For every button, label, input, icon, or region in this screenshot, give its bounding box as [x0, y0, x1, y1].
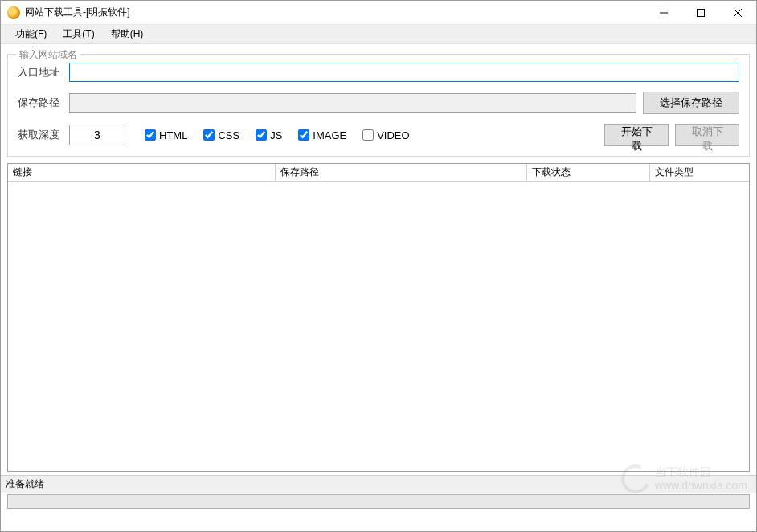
checkbox-js[interactable]: JS	[256, 129, 282, 141]
groupbox-legend: 输入网站域名	[16, 48, 80, 62]
checkbox-image-label: IMAGE	[313, 129, 346, 141]
app-icon	[7, 6, 20, 19]
download-table[interactable]: 链接 保存路径 下载状态 文件类型	[7, 163, 750, 472]
cancel-download-button[interactable]: 取消下载	[675, 124, 739, 146]
savepath-input[interactable]	[69, 93, 636, 113]
depth-label: 获取深度	[18, 128, 69, 142]
select-path-button[interactable]: 选择保存路径	[643, 92, 739, 114]
window-title: 网站下载工具-[明振软件]	[25, 6, 130, 19]
col-filetype[interactable]: 文件类型	[650, 164, 749, 181]
checkbox-video-input[interactable]	[362, 129, 374, 141]
content-area: 输入网站域名 入口地址 保存路径 选择保存路径 获取深度 HTML CSS	[1, 44, 756, 475]
checkbox-video[interactable]: VIDEO	[362, 129, 409, 141]
checkbox-html[interactable]: HTML	[145, 129, 187, 141]
menu-tools[interactable]: 工具(T)	[55, 26, 102, 43]
input-groupbox: 输入网站域名 入口地址 保存路径 选择保存路径 获取深度 HTML CSS	[7, 54, 750, 157]
checkbox-video-label: VIDEO	[377, 129, 409, 141]
checkbox-js-input[interactable]	[256, 129, 267, 141]
checkbox-css-input[interactable]	[203, 129, 215, 141]
maximize-button[interactable]	[682, 1, 719, 25]
col-savepath[interactable]: 保存路径	[276, 164, 527, 181]
status-text: 准备就绪	[6, 477, 44, 491]
checkbox-css[interactable]: CSS	[203, 129, 239, 141]
url-label: 入口地址	[18, 65, 69, 80]
url-row: 入口地址	[18, 63, 739, 82]
titlebar: 网站下载工具-[明振软件]	[1, 1, 756, 25]
menubar: 功能(F) 工具(T) 帮助(H)	[1, 25, 756, 44]
minimize-button[interactable]	[645, 1, 682, 25]
menu-help[interactable]: 帮助(H)	[103, 26, 152, 43]
checkbox-html-input[interactable]	[145, 129, 156, 141]
close-button[interactable]	[719, 1, 756, 25]
checkbox-image-input[interactable]	[298, 129, 309, 141]
checkbox-html-label: HTML	[159, 129, 187, 141]
svg-rect-1	[698, 9, 705, 16]
action-buttons: 开始下载 取消下载	[604, 124, 739, 146]
table-header: 链接 保存路径 下载状态 文件类型	[8, 164, 749, 182]
checkbox-js-label: JS	[270, 129, 282, 141]
depth-input[interactable]	[69, 125, 125, 145]
savepath-label: 保存路径	[18, 96, 69, 110]
menu-function[interactable]: 功能(F)	[7, 26, 55, 43]
col-link[interactable]: 链接	[8, 164, 276, 181]
options-row: 获取深度 HTML CSS JS IMAGE	[18, 124, 739, 146]
start-download-button[interactable]: 开始下载	[604, 124, 669, 146]
checkbox-css-label: CSS	[218, 129, 239, 141]
checkbox-image[interactable]: IMAGE	[298, 129, 346, 141]
col-status[interactable]: 下载状态	[527, 164, 650, 181]
savepath-row: 保存路径 选择保存路径	[18, 92, 739, 114]
statusbar: 准备就绪	[1, 475, 756, 493]
progressbar	[7, 494, 750, 509]
url-input[interactable]	[69, 63, 739, 82]
checkbox-group: HTML CSS JS IMAGE VIDEO	[145, 129, 410, 141]
